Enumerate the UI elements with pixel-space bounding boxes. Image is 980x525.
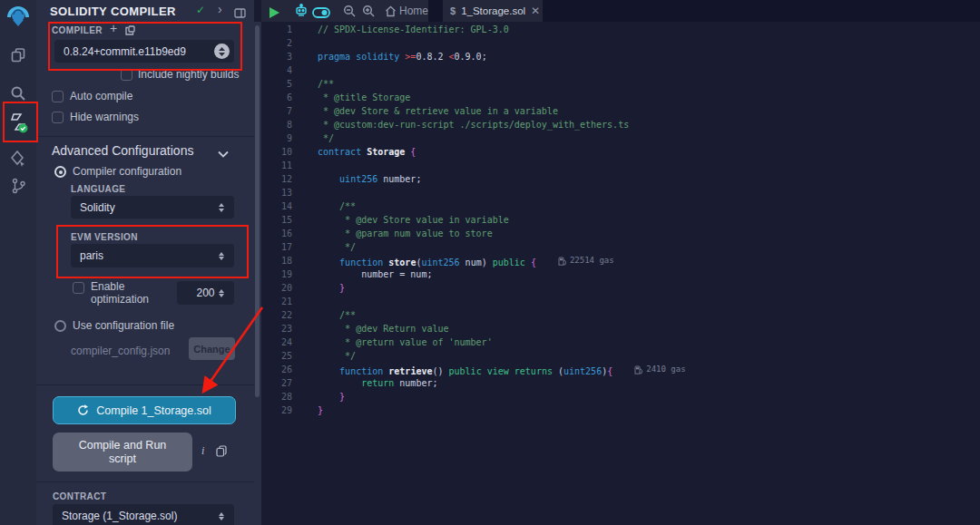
line-number: 27	[261, 376, 292, 390]
code-token: retrieve	[388, 366, 432, 376]
line-number: 19	[261, 267, 292, 281]
compiler-section-label: COMPILER	[52, 25, 103, 35]
solidity-compiler-icon[interactable]	[0, 107, 36, 138]
code-line: 19 number = num;	[261, 267, 980, 281]
copy-icon[interactable]	[216, 444, 227, 461]
code-token: // SPDX-License-Identifier: GPL-3.0	[318, 24, 509, 34]
editor-top-bar: Home $ 1_Storage.sol ✕	[261, 0, 980, 22]
ai-assistant-robot-icon[interactable]	[294, 4, 309, 22]
auto-compile-checkbox[interactable]	[52, 91, 64, 102]
line-number: 7	[261, 104, 292, 118]
compile-and-run-button[interactable]: Compile and Run script	[53, 433, 192, 472]
code-token: */	[318, 242, 356, 252]
code-token: returns	[514, 366, 553, 376]
language-value: Solidity	[80, 201, 115, 214]
search-icon[interactable]	[0, 78, 36, 109]
compiler-configuration-radio[interactable]	[54, 166, 66, 178]
code-token: */	[318, 133, 334, 143]
code-token: Storage	[367, 147, 410, 157]
code-token: 0.8.2	[416, 52, 448, 62]
home-icon[interactable]	[385, 5, 397, 21]
version-select-arrows-icon	[214, 44, 230, 59]
line-number: 29	[261, 403, 292, 417]
file-explorer-icon[interactable]	[0, 40, 36, 71]
advanced-configurations-title[interactable]: Advanced Configurations	[52, 143, 193, 158]
code-token: }	[318, 283, 345, 293]
chevron-down-icon[interactable]	[218, 145, 229, 161]
code-editor[interactable]: 1// SPDX-License-Identifier: GPL-3.023pr…	[261, 22, 980, 525]
line-number: 18	[261, 254, 292, 267]
code-line: 18 function store(uint256 num) public {2…	[261, 254, 980, 267]
include-nightly-checkbox[interactable]	[121, 69, 132, 81]
line-number: 22	[261, 308, 292, 322]
line-number: 16	[261, 227, 292, 240]
select-arrows-icon	[219, 250, 227, 261]
icon-panel	[0, 0, 36, 525]
home-tab-label[interactable]: Home	[399, 5, 428, 17]
code-token: ()	[432, 366, 448, 376]
language-select[interactable]: Solidity	[71, 196, 234, 219]
code-token: uint256	[421, 258, 459, 267]
code-token	[318, 174, 339, 184]
config-filename: compiler_config.json	[71, 345, 170, 357]
compile-button[interactable]: Compile 1_Storage.sol	[53, 396, 236, 424]
toggle-switch-icon[interactable]	[312, 5, 330, 22]
zoom-in-icon[interactable]	[362, 5, 375, 21]
line-number: 20	[261, 281, 292, 295]
code-token: * @title Storage	[318, 92, 410, 102]
code-line: 28 }	[261, 390, 980, 403]
zoom-out-icon[interactable]	[343, 5, 356, 21]
solidity-file-icon: $	[450, 5, 456, 16]
copy-file-icon[interactable]	[124, 24, 135, 40]
git-icon[interactable]	[0, 170, 36, 201]
code-line: 24 * @return value of 'number'	[261, 335, 980, 349]
code-line: 13	[261, 186, 980, 199]
line-number: 14	[261, 199, 292, 213]
editor-toolbar: Home	[261, 0, 428, 22]
code-token: /**	[318, 201, 356, 211]
contract-select[interactable]: Storage (1_Storage.sol)	[53, 504, 234, 525]
code-token: * @param num value to store	[318, 228, 493, 238]
optimization-runs-stepper[interactable]: 200	[177, 281, 234, 305]
evm-version-select[interactable]: paris	[71, 244, 234, 267]
code-token: store	[388, 258, 416, 267]
pin-panel-icon[interactable]	[234, 5, 246, 22]
code-line: 7 * @dev Store & retrieve value in a var…	[261, 104, 980, 118]
change-config-button[interactable]: Change	[189, 337, 235, 360]
code-token: number;	[394, 378, 437, 388]
code-token: view	[487, 366, 509, 376]
optimization-runs-value: 200	[196, 287, 214, 299]
select-arrows-icon	[219, 202, 227, 213]
code-line: 15 * @dev Store value in variable	[261, 213, 980, 227]
code-line: 4	[261, 63, 980, 77]
contract-section-label: CONTRACT	[53, 491, 106, 501]
tab-close-icon[interactable]: ✕	[531, 5, 540, 17]
info-icon[interactable]: i	[201, 444, 204, 458]
remix-logo-icon[interactable]	[0, 3, 36, 32]
hide-warnings-checkbox[interactable]	[52, 112, 64, 123]
line-number: 9	[261, 131, 292, 145]
code-token: {	[607, 366, 612, 376]
code-token: * @dev Return value	[318, 324, 449, 334]
code-token: >=	[405, 52, 416, 62]
code-line: 14 /**	[261, 199, 980, 213]
code-line: 12 uint256 number;	[261, 172, 980, 186]
deploy-run-icon[interactable]	[0, 143, 36, 174]
line-number: 28	[261, 390, 292, 403]
run-script-icon[interactable]	[270, 5, 279, 22]
add-compiler-icon[interactable]: +	[110, 21, 117, 35]
enable-optimization-checkbox[interactable]	[73, 282, 84, 294]
code-token: }	[318, 405, 323, 415]
panel-scrollbar[interactable]	[255, 25, 260, 397]
code-line: 3pragma solidity >=0.8.2 <0.9.0;	[261, 50, 980, 63]
code-token: */	[318, 351, 356, 361]
code-line: 25 */	[261, 349, 980, 363]
code-line: 16 * @param num value to store	[261, 227, 980, 240]
use-configuration-file-radio[interactable]	[54, 320, 66, 332]
chevron-right-icon[interactable]: ›	[218, 2, 222, 16]
code-line: 6 * @title Storage	[261, 91, 980, 104]
compiler-version-select[interactable]: 0.8.24+commit.e11b9ed9	[54, 40, 234, 63]
tab-1-storage-sol[interactable]: $ 1_Storage.sol ✕	[443, 0, 543, 22]
use-configuration-file-label: Use configuration file	[73, 319, 174, 332]
line-number: 25	[261, 349, 292, 363]
